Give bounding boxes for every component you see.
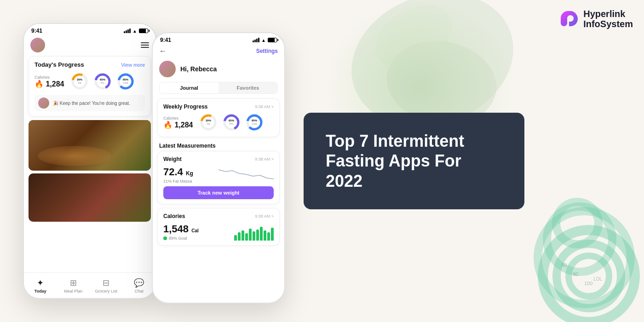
signal-icon-2 [253, 38, 259, 42]
p2-status-icons: ▲ [253, 38, 277, 43]
phone-2-mockup: 9:41 ▲ ← Settings Hi, Rebecca [152, 32, 285, 304]
calories-card: Calories 9:38 AM > 1,548 Cal 89% Goal [157, 208, 280, 246]
phones-area: 9:41 ▲ Today's Progress [18, 9, 285, 313]
food-visual-1 [29, 120, 151, 171]
p2-top-nav: ← Settings [153, 45, 284, 59]
main-headline: Top 7 Intermittent Fasting Apps For 2022 [326, 131, 502, 191]
calories-bottom-row: 1,548 Cal 89% Goal [163, 222, 274, 241]
food-image-2 [29, 173, 151, 222]
svg-text:Fat: Fat [207, 122, 210, 125]
todays-progress-card: Today's Progress View more Calories 🔥 1,… [29, 56, 151, 116]
goal-dot [163, 236, 167, 240]
tab-journal[interactable]: Journal [160, 82, 218, 93]
logo-brand2: InfoSystem [583, 19, 633, 29]
donut-carb-p2: 85% Carb [245, 113, 264, 132]
calories-card-title: Calories [163, 213, 185, 219]
weight-time: 9:38 AM > [255, 157, 274, 161]
wifi-icon: ▲ [132, 29, 137, 34]
p1-header [24, 36, 155, 56]
today-icon: ✦ [37, 278, 44, 288]
weekly-cal-number: 1,284 [174, 121, 193, 129]
donut-carb-p1: 85% Carb [116, 72, 135, 91]
tab-favorites[interactable]: Favorites [218, 82, 277, 93]
food-image-1 [29, 120, 151, 171]
meal-plan-icon: ⊞ [70, 278, 77, 288]
p2-tab-bar: Journal Favorites [159, 82, 278, 94]
p1-status-bar: 9:41 ▲ [24, 24, 155, 36]
track-weight-button[interactable]: Track new weight [163, 186, 274, 199]
today-label: Today [34, 289, 46, 293]
wifi-icon-2: ▲ [261, 38, 266, 43]
calories-value: 1,548 Cal [163, 223, 199, 235]
right-panel: Top 7 Intermittent Fasting Apps For 2022 [285, 113, 626, 209]
p2-status-bar: 9:41 ▲ [153, 33, 284, 45]
chat-label: Chat [135, 289, 144, 293]
motivation-row: 🎉 Keep the pace! You're doing great. [34, 95, 145, 111]
progress-card-header: Today's Progress View more [34, 61, 145, 68]
phone-1-mockup: 9:41 ▲ Today's Progress [23, 23, 156, 299]
weight-value: 72.4 Kg [163, 166, 193, 178]
nav-chat[interactable]: 💬 Chat [123, 278, 156, 293]
p2-time: 9:41 [160, 37, 171, 43]
cal-fire-icon: 🔥 [34, 80, 44, 88]
signal-icon [124, 29, 131, 33]
p1-avatar [30, 38, 45, 52]
cal-value: 🔥 1,284 [34, 80, 64, 88]
weekly-progress-title: Weekly Progress [163, 104, 208, 110]
grocery-list-label: Grocery List [95, 289, 117, 293]
logo-area: Hyperlink InfoSystem [558, 8, 633, 29]
logo-brand1: Hyperlink [583, 9, 633, 19]
logo-text: Hyperlink InfoSystem [583, 9, 633, 29]
weight-info: 72.4 Kg 21% Fat Massa [163, 165, 193, 184]
weekly-calories-row: Calories 🔥 1,284 29% Fat [163, 113, 274, 132]
progress-title: Today's Progress [34, 61, 84, 68]
nav-meal-plan[interactable]: ⊞ Meal Plan [57, 278, 90, 293]
p2-profile: Hi, Rebecca [153, 59, 284, 82]
weekly-progress-time: 9:38 AM > [255, 104, 274, 109]
grocery-list-icon: ⊟ [103, 278, 109, 288]
weekly-progress-card: Weekly Progress 9:38 AM > Calories 🔥 1,2… [157, 98, 280, 137]
weight-card: Weight 9:38 AM > 72.4 Kg 21% Fat Massa [157, 151, 280, 204]
p1-time: 9:41 [31, 28, 42, 34]
p1-status-icons: ▲ [124, 29, 148, 34]
main-layout: 9:41 ▲ Today's Progress [0, 0, 644, 322]
food-visual-2 [29, 173, 151, 222]
svg-text:Pro: Pro [101, 81, 104, 84]
back-button[interactable]: ← [159, 47, 167, 55]
hamburger-menu[interactable] [141, 42, 149, 48]
latest-measurements-title: Latest Measurements [153, 141, 284, 151]
weight-title: Weight [163, 156, 182, 162]
calories-card-time: 9:38 AM > [255, 214, 274, 218]
donut-pro-p2: 65% Pro [222, 113, 241, 132]
meal-plan-label: Meal Plan [64, 289, 82, 293]
svg-text:29%: 29% [205, 119, 211, 122]
hyperlink-logo-icon [558, 8, 579, 29]
settings-button[interactable]: Settings [256, 48, 278, 54]
svg-text:Carb: Carb [252, 122, 257, 125]
headline-panel: Top 7 Intermittent Fasting Apps For 2022 [304, 113, 524, 209]
cal-label: Calories [34, 75, 64, 80]
goal-row: 89% Goal [163, 236, 199, 241]
svg-text:65%: 65% [228, 119, 234, 122]
cal-info: Calories 🔥 1,284 [34, 75, 64, 88]
weight-line-chart [218, 165, 274, 184]
nav-today[interactable]: ✦ Today [24, 278, 57, 293]
weekly-cal-info: Calories 🔥 1,284 [163, 116, 193, 129]
calories-row: Calories 🔥 1,284 29% Fat [34, 72, 145, 91]
view-more-link[interactable]: View more [121, 62, 145, 68]
p2-greeting: Hi, Rebecca [180, 65, 217, 73]
svg-text:Fat: Fat [78, 81, 81, 84]
svg-text:65%: 65% [99, 78, 105, 81]
weekly-cal-value: 🔥 1,284 [163, 121, 193, 129]
svg-text:85%: 85% [251, 119, 257, 122]
battery-icon [139, 29, 148, 33]
weekly-progress-header: Weekly Progress 9:38 AM > [163, 104, 274, 110]
svg-text:Pro: Pro [230, 122, 233, 125]
bottom-nav-p1: ✦ Today ⊞ Meal Plan ⊟ Grocery List 💬 Cha… [24, 272, 155, 298]
weight-sub: 21% Fat Massa [163, 179, 193, 184]
donut-pro-p1: 65% Pro [93, 72, 112, 91]
cal-number: 1,284 [46, 80, 64, 88]
nav-grocery-list[interactable]: ⊟ Grocery List [90, 278, 123, 293]
svg-text:85%: 85% [122, 78, 128, 81]
weekly-fire-icon: 🔥 [163, 121, 172, 129]
